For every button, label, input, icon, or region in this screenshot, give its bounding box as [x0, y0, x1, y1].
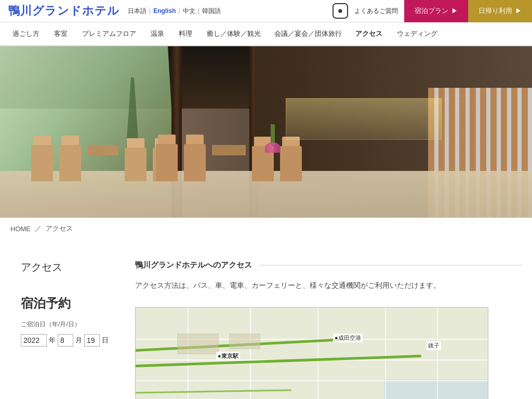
access-heading-row: 鴨川グランドホテルへのアクセス	[135, 260, 522, 270]
reservation-title: 宿泊予約	[21, 295, 125, 312]
lang-nav: 日本語 | English | 中文 | 韓国語	[128, 7, 221, 16]
breadcrumb-current: アクセス	[46, 224, 73, 233]
instagram-link[interactable]: ●	[332, 3, 348, 19]
top-bar-right: ● よくあるご質問 宿泊プラン ▶ 日帰り利用 ▶	[221, 0, 532, 22]
date-inputs: 年 月 日	[21, 334, 125, 347]
top-bar: 鴨川グランドホテル 日本語 | English | 中文 | 韓国語 ● よくあ…	[0, 0, 532, 22]
nav-item-meeting[interactable]: 会議／宴会／団体旅行	[268, 22, 348, 46]
breadcrumb-home[interactable]: HOME	[10, 225, 31, 233]
heading-divider	[260, 265, 522, 265]
lang-zh[interactable]: 中文	[183, 7, 195, 16]
lang-kr[interactable]: 韓国語	[202, 7, 221, 16]
lang-ja[interactable]: 日本語	[128, 7, 147, 16]
top-buttons: 宿泊プラン ▶ 日帰り利用 ▶	[404, 0, 532, 22]
day-use-button[interactable]: 日帰り利用 ▶	[468, 0, 532, 22]
nav-item-access[interactable]: アクセス	[348, 22, 390, 46]
map-label-narita: ●成田空港	[333, 334, 363, 342]
chevron-right-icon: ▶	[451, 7, 458, 16]
chevron-right-icon: ▶	[515, 7, 522, 16]
year-input[interactable]	[21, 334, 47, 347]
month-unit: 月	[75, 336, 82, 345]
access-description: アクセス方法は、バス、車、電車、カーフェリーと、様々な交通機関がご利用いただけま…	[135, 278, 522, 292]
content-main: 鴨川グランドホテルへのアクセス アクセス方法は、バス、車、電車、カーフェリーと、…	[135, 260, 522, 399]
sidebar-section-title: アクセス	[21, 260, 125, 274]
map-label-choshi: 銚子	[427, 341, 441, 350]
year-unit: 年	[49, 336, 56, 345]
nav-item-ryori[interactable]: 料理	[171, 22, 200, 46]
instagram-icon: ●	[338, 6, 343, 16]
content-area: アクセス 宿泊予約 ご宿泊日（年/月/日） 年 月 日 鴨川グランドホテルへのア…	[0, 240, 532, 399]
content-sidebar: アクセス 宿泊予約 ご宿泊日（年/月/日） 年 月 日	[21, 260, 125, 399]
hero-image	[0, 46, 532, 218]
nav-item-premium[interactable]: プレミアムフロア	[75, 22, 143, 46]
nav-item-healing[interactable]: 癒し／体験／観光	[200, 22, 268, 46]
map-container[interactable]: ●東京駅 ●成田空港 銚子	[135, 307, 488, 399]
reservation-section: 宿泊予約 ご宿泊日（年/月/日） 年 月 日	[21, 295, 125, 347]
day-input[interactable]	[84, 334, 100, 347]
main-nav: 過ごし方 客室 プレミアムフロア 温泉 料理 癒し／体験／観光 会議／宴会／団体…	[0, 22, 532, 46]
lang-en[interactable]: English	[153, 7, 176, 15]
access-heading-text: 鴨川グランドホテルへのアクセス	[135, 260, 252, 270]
map-label-tokyo: ●東京駅	[216, 352, 240, 361]
faq-link[interactable]: よくあるご質問	[354, 7, 398, 16]
nav-item-wedding[interactable]: ウェディング	[390, 22, 445, 46]
logo-text: 鴨川グランドホテル	[8, 4, 119, 17]
reservation-date-label: ご宿泊日（年/月/日）	[21, 320, 125, 329]
breadcrumb-separator: ／	[35, 224, 42, 233]
breadcrumb: HOME ／ アクセス	[0, 218, 532, 240]
month-input[interactable]	[58, 334, 73, 347]
nav-item-sugosikata[interactable]: 過ごし方	[5, 22, 47, 46]
stay-plan-button[interactable]: 宿泊プラン ▶	[404, 0, 468, 22]
nav-item-onsen[interactable]: 温泉	[143, 22, 171, 46]
day-unit: 日	[102, 336, 109, 345]
logo[interactable]: 鴨川グランドホテル	[0, 3, 128, 19]
nav-item-kyakushitsu[interactable]: 客室	[47, 22, 75, 46]
